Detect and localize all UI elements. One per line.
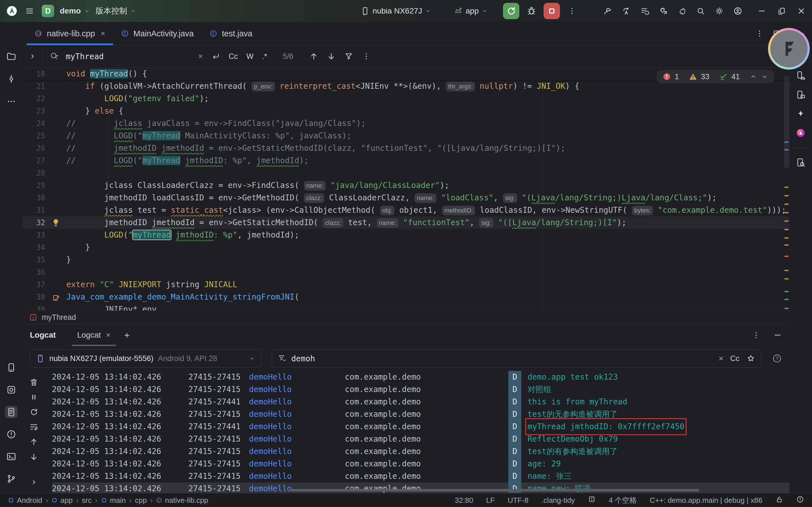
- stripe-mark[interactable]: [784, 212, 789, 213]
- code-line[interactable]: 33 LOGD("myThread jmthodID: %p", jmethod…: [22, 229, 790, 241]
- code-line[interactable]: 29 jclass ClassLoaderClazz = env->FindCl…: [22, 179, 790, 192]
- editor-tab[interactable]: Ctest.java: [202, 22, 260, 45]
- soft-wrap-button[interactable]: [28, 421, 40, 433]
- expand-search-button[interactable]: [22, 45, 43, 67]
- stripe-mark[interactable]: [784, 256, 789, 257]
- code-line[interactable]: 35}: [22, 253, 790, 266]
- code-editor[interactable]: 18void myThread() { 21 if (globalVM->Att…: [22, 68, 790, 311]
- search-more-icon[interactable]: [362, 52, 371, 61]
- code-line[interactable]: 23 } else {: [22, 105, 790, 117]
- next-problem-icon[interactable]: [761, 73, 769, 80]
- problems-tool-button[interactable]: [5, 428, 17, 441]
- account-button[interactable]: [732, 4, 744, 17]
- code-line[interactable]: 32 jmethodID jmethodId = env->GetStaticM…: [22, 216, 790, 229]
- breadcrumb-item[interactable]: cpp: [135, 496, 147, 505]
- status-item[interactable]: 4 个空格: [609, 496, 637, 505]
- editor-tab[interactable]: CMainActivity.java: [113, 22, 202, 45]
- debug-button[interactable]: [525, 4, 538, 17]
- log-row[interactable]: 2024-12-05 13:14:02.42627415-27415demoHe…: [52, 371, 790, 383]
- logcat-device-selector[interactable]: nubia NX627J (emulator-5556) Android 9, …: [30, 349, 261, 368]
- stripe-mark[interactable]: [784, 186, 789, 188]
- logcat-tab[interactable]: Logcat ×: [75, 324, 112, 346]
- code-line[interactable]: 34 }: [22, 241, 790, 253]
- stripe-mark[interactable]: [784, 291, 789, 292]
- commit-tool-button[interactable]: [5, 73, 17, 85]
- code-line[interactable]: 39 JNIEnv* env,: [22, 303, 790, 311]
- code-line[interactable]: 25// LOGD("myThread MainActivityClass: %…: [22, 130, 790, 142]
- code-line[interactable]: 22 LOGD("getenv failed");: [22, 93, 790, 105]
- project-selector[interactable]: demo: [60, 6, 90, 15]
- clear-search-icon[interactable]: ×: [198, 52, 203, 61]
- restart-logcat-button[interactable]: [28, 406, 40, 418]
- newline-icon[interactable]: [211, 52, 220, 61]
- stripe-mark[interactable]: [784, 229, 789, 230]
- main-menu-button[interactable]: [23, 4, 36, 17]
- stripe-mark[interactable]: [784, 308, 789, 309]
- logcat-tool-button[interactable]: [5, 406, 17, 418]
- search-filter-icon[interactable]: [344, 52, 353, 61]
- running-devices-tool-button[interactable]: [5, 361, 17, 374]
- close-logcat-tab-icon[interactable]: ×: [106, 331, 111, 340]
- squareBang-status-icon[interactable]: [588, 496, 596, 505]
- terminal-tool-button[interactable]: [5, 450, 17, 463]
- code-line[interactable]: 37extern "C" JNIEXPORT jstring JNICALL: [22, 278, 790, 291]
- log-row[interactable]: 2024-12-05 13:14:02.42627415-27415demoHe…: [52, 408, 790, 420]
- code-line[interactable]: 31 jclass test = static_cast<jclass> (en…: [22, 204, 790, 216]
- stripe-mark[interactable]: [784, 204, 789, 205]
- device-mirror-tool-button[interactable]: [795, 69, 807, 82]
- lockOpen-status-icon[interactable]: [775, 496, 783, 505]
- app-quality-insights-button[interactable]: [795, 127, 807, 139]
- code-line[interactable]: 26// jmethodID jmethodId = env->GetStati…: [22, 142, 790, 155]
- horizontal-scrollbar[interactable]: [290, 489, 699, 492]
- rerun-button[interactable]: [503, 3, 519, 19]
- vcs-selector[interactable]: 版本控制: [96, 6, 136, 16]
- help-icon[interactable]: ?: [772, 353, 782, 363]
- device-explorer-button[interactable]: [795, 156, 807, 169]
- clear-logcat-button[interactable]: [28, 377, 40, 388]
- log-list[interactable]: 2024-12-05 13:14:02.42627415-27415demoHe…: [45, 371, 790, 493]
- device-selector[interactable]: nubia NX627J: [361, 6, 431, 15]
- error-stripe[interactable]: [783, 68, 790, 311]
- stripe-mark[interactable]: [784, 237, 789, 239]
- logcat-filter-input[interactable]: demoh × Cc: [272, 349, 761, 368]
- stop-button[interactable]: [544, 3, 560, 19]
- stripe-mark[interactable]: [784, 270, 789, 271]
- log-row[interactable]: 2024-12-05 13:14:02.42627415-27415demoHe…: [52, 458, 790, 470]
- stripe-mark[interactable]: [784, 149, 789, 151]
- breadcrumb-function-name[interactable]: myThread: [42, 313, 76, 322]
- code-line[interactable]: 38Java_com_example_demo_MainActivity_str…: [22, 291, 790, 303]
- status-item[interactable]: .clang-tidy: [541, 496, 575, 505]
- breadcrumb-item[interactable]: app: [51, 496, 72, 505]
- stripe-mark[interactable]: [784, 278, 789, 280]
- search-input[interactable]: myThread: [66, 52, 198, 61]
- new-logcat-tab-button[interactable]: +: [124, 330, 130, 341]
- log-row[interactable]: 2024-12-05 13:14:02.42627415-27415demoHe…: [52, 445, 790, 458]
- search-everywhere-button[interactable]: [694, 4, 707, 17]
- settings-button[interactable]: [713, 4, 726, 17]
- previous-occurrence-button[interactable]: [309, 52, 318, 61]
- next-occurrence-button[interactable]: [327, 52, 336, 61]
- code-line[interactable]: 27// LOGD("myThread jmthodID: %p", jmeth…: [22, 155, 790, 167]
- more-actions-button[interactable]: [28, 476, 40, 488]
- gradle-sync-button[interactable]: [675, 4, 689, 17]
- pause-logcat-button[interactable]: [28, 391, 40, 403]
- stripe-mark[interactable]: [784, 220, 789, 222]
- build-menu-button[interactable]: [638, 4, 651, 17]
- build-button[interactable]: [601, 4, 614, 17]
- log-row[interactable]: 2024-12-05 13:14:02.42627415-27415demoHe…: [52, 433, 790, 445]
- code-line[interactable]: 30 jmethodID loadClassID = env->GetMetho…: [22, 192, 790, 204]
- clear-filter-icon[interactable]: ×: [718, 354, 723, 363]
- regex-toggle[interactable]: .*: [262, 52, 267, 61]
- circleBang-status-icon[interactable]: [796, 496, 804, 505]
- editor-options-icon[interactable]: [755, 29, 764, 38]
- log-row[interactable]: 2024-12-05 13:14:02.42627415-27441demoHe…: [52, 420, 790, 433]
- code-line[interactable]: 36: [22, 266, 790, 278]
- status-item[interactable]: 32:80: [455, 496, 473, 505]
- favorite-filter-icon[interactable]: [746, 354, 755, 363]
- log-row[interactable]: 2024-12-05 13:14:02.42627415-27415demoHe…: [52, 470, 790, 483]
- scroll-to-end-button[interactable]: [28, 451, 40, 462]
- window-minimize-button[interactable]: [757, 6, 766, 15]
- attach-debugger-button[interactable]: [657, 4, 670, 17]
- scroll-to-top-button[interactable]: [28, 436, 40, 448]
- logcat-options-icon[interactable]: [752, 331, 761, 340]
